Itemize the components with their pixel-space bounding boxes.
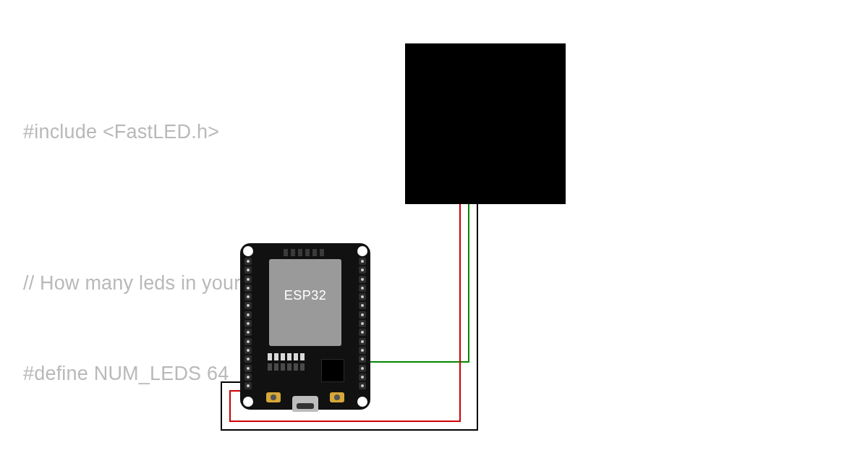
pin-header-right[interactable] (359, 258, 366, 389)
gpio-pin[interactable] (359, 293, 366, 300)
gpio-pin[interactable] (244, 329, 252, 336)
gpio-pin[interactable] (244, 355, 252, 363)
pin-header-left[interactable] (244, 258, 252, 389)
reset-button[interactable] (330, 392, 344, 402)
wifi-antenna (284, 249, 327, 256)
mounting-hole (243, 397, 253, 407)
gpio-pin[interactable] (359, 258, 366, 265)
gpio-pin[interactable] (359, 382, 366, 389)
gpio-pin[interactable] (244, 338, 252, 345)
code-line: // How many leds in your strip? (23, 269, 868, 299)
gpio-pin[interactable] (359, 338, 366, 345)
gpio-pin[interactable] (359, 355, 366, 363)
gpio-pin[interactable] (359, 276, 366, 283)
gpio-pin[interactable] (359, 347, 366, 354)
gpio-pin[interactable] (244, 365, 252, 372)
gpio-pin[interactable] (244, 276, 252, 283)
code-line: #define NUM_LEDS 64 (23, 359, 868, 389)
mounting-hole (357, 246, 367, 256)
gpio-pin[interactable] (244, 311, 252, 318)
mounting-hole (357, 397, 367, 407)
micro-usb-port[interactable] (292, 396, 318, 412)
gpio-pin[interactable] (244, 347, 252, 354)
gpio-pin[interactable] (244, 320, 252, 327)
gpio-pin[interactable] (244, 293, 252, 300)
esp32-board[interactable]: ESP32 (240, 243, 370, 410)
gpio-pin[interactable] (359, 266, 366, 274)
gpio-pin[interactable] (244, 302, 252, 309)
gpio-pin[interactable] (244, 258, 252, 265)
chip-label: ESP32 (284, 288, 327, 303)
led-matrix[interactable] (405, 43, 566, 204)
mounting-hole (243, 246, 253, 256)
smd-components (268, 353, 305, 360)
gpio-pin[interactable] (359, 329, 366, 336)
gpio-pin[interactable] (359, 373, 366, 381)
gpio-pin[interactable] (359, 365, 366, 372)
gpio-pin[interactable] (244, 284, 252, 292)
gpio-pin[interactable] (359, 320, 366, 327)
esp32-shield: ESP32 (269, 259, 341, 346)
gpio-pin[interactable] (359, 284, 366, 292)
boot-button[interactable] (266, 392, 281, 402)
gpio-pin[interactable] (359, 311, 366, 318)
gpio-pin[interactable] (359, 302, 366, 309)
smd-components (268, 363, 305, 371)
gpio-pin[interactable] (244, 382, 252, 389)
usb-serial-chip (321, 359, 344, 382)
gpio-pin[interactable] (244, 266, 252, 274)
gpio-pin[interactable] (244, 373, 252, 381)
